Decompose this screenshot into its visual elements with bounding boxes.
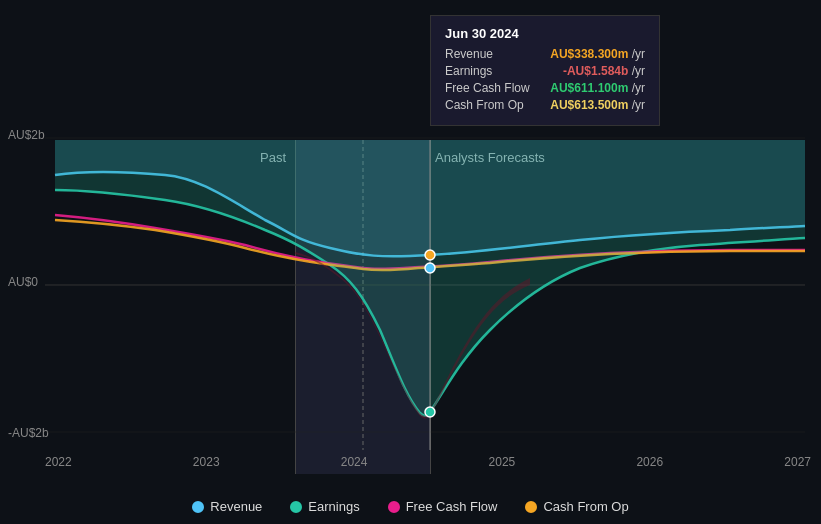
legend-label-cashop: Cash From Op xyxy=(543,499,628,514)
tooltip-label-fcf: Free Cash Flow xyxy=(445,81,530,95)
tooltip-label-cashop: Cash From Op xyxy=(445,98,524,112)
x-label-2025: 2025 xyxy=(489,455,516,469)
legend-cashop: Cash From Op xyxy=(525,499,628,514)
chart-container: Jun 30 2024 Revenue AU$338.300m /yr Earn… xyxy=(0,0,821,524)
tooltip-value-fcf: AU$611.100m /yr xyxy=(550,81,645,95)
legend-label-earnings: Earnings xyxy=(308,499,359,514)
legend-label-revenue: Revenue xyxy=(210,499,262,514)
x-label-2023: 2023 xyxy=(193,455,220,469)
x-label-2026: 2026 xyxy=(636,455,663,469)
tooltip-box: Jun 30 2024 Revenue AU$338.300m /yr Earn… xyxy=(430,15,660,126)
tooltip-row-revenue: Revenue AU$338.300m /yr xyxy=(445,47,645,61)
tooltip-dot-earnings xyxy=(425,407,435,417)
tooltip-row-cashop: Cash From Op AU$613.500m /yr xyxy=(445,98,645,112)
tooltip-value-cashop: AU$613.500m /yr xyxy=(550,98,645,112)
chart-svg xyxy=(0,0,821,524)
tooltip-row-fcf: Free Cash Flow AU$611.100m /yr xyxy=(445,81,645,95)
legend-fcf: Free Cash Flow xyxy=(388,499,498,514)
legend-dot-fcf xyxy=(388,501,400,513)
tooltip-label-earnings: Earnings xyxy=(445,64,492,78)
x-label-2024: 2024 xyxy=(341,455,368,469)
tooltip-dot-revenue xyxy=(425,263,435,273)
x-axis-labels: 2022 2023 2024 2025 2026 2027 xyxy=(45,455,811,469)
legend-dot-cashop xyxy=(525,501,537,513)
tooltip-value-revenue: AU$338.300m /yr xyxy=(550,47,645,61)
x-label-2022: 2022 xyxy=(45,455,72,469)
tooltip-date: Jun 30 2024 xyxy=(445,26,645,41)
tooltip-value-earnings: -AU$1.584b /yr xyxy=(563,64,645,78)
tooltip-label-revenue: Revenue xyxy=(445,47,493,61)
tooltip-dot-cashfromop xyxy=(425,250,435,260)
tooltip-row-earnings: Earnings -AU$1.584b /yr xyxy=(445,64,645,78)
chart-legend: Revenue Earnings Free Cash Flow Cash Fro… xyxy=(0,499,821,514)
legend-dot-earnings xyxy=(290,501,302,513)
legend-revenue: Revenue xyxy=(192,499,262,514)
x-label-2027: 2027 xyxy=(784,455,811,469)
legend-earnings: Earnings xyxy=(290,499,359,514)
legend-dot-revenue xyxy=(192,501,204,513)
legend-label-fcf: Free Cash Flow xyxy=(406,499,498,514)
